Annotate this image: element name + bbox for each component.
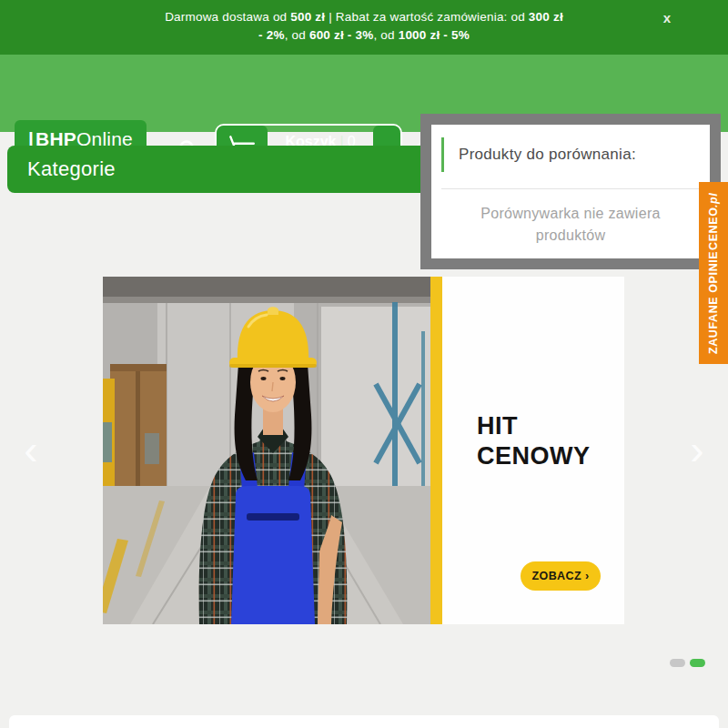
hero-cta-button[interactable]: ZOBACZ › — [521, 561, 601, 591]
promo-line-1: Darmowa dostawa od 500 zł | Rabat za war… — [0, 8, 728, 26]
categories-label: Kategorie — [27, 157, 116, 181]
content-section-edge — [9, 715, 719, 728]
carousel-dots — [670, 659, 705, 667]
hero-slide[interactable]: HIT CENOWY ZOBACZ › — [103, 277, 624, 624]
promo-line-2: - 2%, od 600 zł - 3%, od 1000 zł - 5% — [0, 26, 728, 45]
compare-dropdown-title: Produkty do porównania: — [459, 146, 636, 164]
compare-dropdown: Produkty do porównania: Porównywarka nie… — [420, 114, 721, 269]
hero-yellow-stripe — [430, 277, 442, 624]
compare-dropdown-body: Produkty do porównania: Porównywarka nie… — [431, 125, 710, 258]
compare-empty-message: Porównywarka nie zawiera produktów — [431, 203, 710, 247]
ceneo-ribbon[interactable]: ZAUFANE OPINIE CENEO.pl — [699, 182, 728, 364]
promo-text: Darmowa dostawa od 500 zł | Rabat za war… — [0, 0, 728, 45]
carousel-prev-icon[interactable]: ‹ — [11, 430, 51, 473]
carousel-dot-1[interactable] — [670, 659, 685, 667]
divider — [441, 188, 700, 189]
title-accent-bar — [441, 137, 444, 172]
carousel-next-icon[interactable]: › — [677, 430, 717, 473]
hero-headline: HIT CENOWY — [477, 411, 591, 471]
close-icon[interactable]: x — [658, 8, 676, 27]
carousel-dot-2[interactable] — [690, 659, 705, 667]
promo-banner: Darmowa dostawa od 500 zł | Rabat za war… — [0, 0, 728, 55]
hero-text-panel: HIT CENOWY ZOBACZ › — [442, 277, 624, 624]
hero-photo — [103, 277, 430, 624]
ceneo-brand: CENEO — [707, 207, 720, 250]
